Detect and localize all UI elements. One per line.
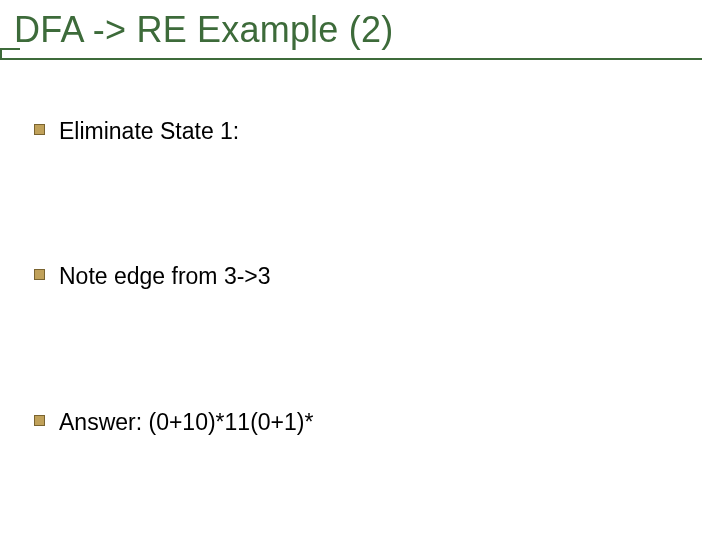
square-bullet-icon [34, 269, 45, 280]
square-bullet-icon [34, 124, 45, 135]
list-item: Eliminate State 1: [34, 118, 720, 146]
slide: DFA -> RE Example (2) Eliminate State 1:… [0, 0, 720, 540]
content-area: Eliminate State 1: Note edge from 3->3 A… [0, 58, 720, 437]
bullet-text: Eliminate State 1: [59, 118, 239, 146]
slide-title: DFA -> RE Example (2) [14, 10, 720, 58]
square-bullet-icon [34, 415, 45, 426]
list-item: Answer: (0+10)*11(0+1)* [34, 409, 720, 437]
bullet-text: Answer: (0+10)*11(0+1)* [59, 409, 313, 437]
bullet-text: Note edge from 3->3 [59, 263, 271, 291]
list-item: Note edge from 3->3 [34, 263, 720, 291]
title-area: DFA -> RE Example (2) [0, 0, 720, 58]
